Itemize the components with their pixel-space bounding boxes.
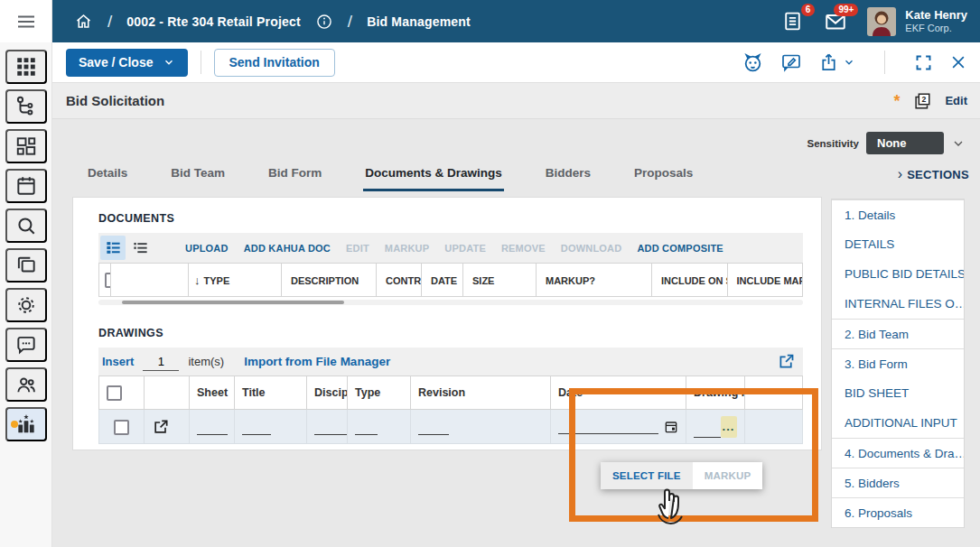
breadcrumb-app[interactable]: Bid Management xyxy=(367,14,471,29)
documents-column-header-include-on-send[interactable]: INCLUDE ON SEND xyxy=(652,264,728,297)
send-invitation-button[interactable]: Send Invitation xyxy=(214,49,335,77)
rail-item-calendar[interactable] xyxy=(5,169,47,203)
rail-item-apps-grid[interactable] xyxy=(5,50,47,84)
documents-action-add-composite[interactable]: ADD COMPOSITE xyxy=(637,243,723,254)
drawings-column-header-drawing-file[interactable]: Drawing File xyxy=(686,376,745,410)
drawings-column-header[interactable] xyxy=(744,376,803,410)
documents-column-header-date[interactable]: DATE xyxy=(422,264,463,297)
markup-menu-item[interactable]: MARKUP xyxy=(693,462,763,489)
sheet-field[interactable] xyxy=(197,422,228,435)
tasks-button[interactable]: 6 xyxy=(781,10,804,32)
documents-action-edit[interactable]: EDIT xyxy=(346,243,369,254)
documents-action-download[interactable]: DOWNLOAD xyxy=(561,243,622,254)
assistant-button[interactable] xyxy=(742,51,764,74)
versions-button[interactable]: 2 xyxy=(912,91,932,111)
drawings-column-header-title[interactable]: Title xyxy=(235,376,307,410)
drawing-file-field[interactable] xyxy=(694,425,721,438)
edit-button[interactable]: Edit xyxy=(945,94,967,107)
documents-action-remove[interactable]: REMOVE xyxy=(501,243,546,254)
tab-bidders[interactable]: Bidders xyxy=(544,161,593,191)
tab-proposals[interactable]: Proposals xyxy=(632,161,695,191)
open-row-button[interactable] xyxy=(152,418,170,436)
title-field[interactable] xyxy=(242,422,271,435)
drawings-column-header-discipline[interactable]: Discipline xyxy=(307,376,348,410)
rail-item-dashboard[interactable] xyxy=(5,129,47,163)
documents-column-header-description[interactable]: DESCRIPTION xyxy=(282,264,377,297)
drawing-file-more-button[interactable]: ... xyxy=(721,416,737,438)
project-info-button[interactable] xyxy=(315,13,333,31)
compact-view-button[interactable] xyxy=(127,236,153,260)
breadcrumb-project[interactable]: 0002 - Rte 304 Retail Project xyxy=(126,14,301,29)
hamburger-icon xyxy=(15,11,37,32)
share-button[interactable] xyxy=(818,52,855,73)
type-field[interactable] xyxy=(355,422,378,435)
section-link-details[interactable]: DETAILS xyxy=(832,229,964,259)
folders-icon xyxy=(14,254,38,277)
section-link-1-details[interactable]: 1. Details xyxy=(832,199,964,229)
drawings-column-header-date[interactable]: Date xyxy=(551,376,686,410)
save-close-button[interactable]: Save / Close xyxy=(66,49,188,77)
documents-action-markup[interactable]: MARKUP xyxy=(385,243,429,254)
documents-column-header-markup[interactable]: MARKUP? xyxy=(537,264,652,297)
documents-action-update[interactable]: UPDATE xyxy=(444,243,486,254)
tab-documents-drawings[interactable]: Documents & Drawings xyxy=(363,161,504,191)
date-field[interactable] xyxy=(558,422,658,434)
section-link-3-bid-form[interactable]: 3. Bid Form xyxy=(832,348,964,378)
chevron-down-icon xyxy=(163,56,175,69)
date-cell xyxy=(551,410,686,444)
import-from-file-manager-button[interactable]: Import from File Manager xyxy=(244,355,390,368)
hamburger-menu-button[interactable] xyxy=(0,0,51,42)
documents-hscrollbar-thumb[interactable] xyxy=(122,301,344,304)
documents-column-header-type[interactable]: ↓TYPE xyxy=(189,264,282,297)
section-link-4-documents-dra[interactable]: 4. Documents & Dra… xyxy=(832,438,964,468)
section-link-internal-files-o[interactable]: INTERNAL FILES O… xyxy=(832,289,964,319)
drawings-column-header-type[interactable]: Type xyxy=(348,376,411,410)
left-nav-rail xyxy=(0,0,52,547)
date-picker-button[interactable] xyxy=(664,420,678,434)
drawings-column-header-sheet[interactable]: Sheet xyxy=(190,376,235,410)
drawings-column-header-revision[interactable]: Revision xyxy=(411,376,551,410)
documents-action-add-kahua-doc[interactable]: ADD KAHUA DOC xyxy=(244,243,331,254)
rail-item-search[interactable] xyxy=(5,209,47,243)
comments-button[interactable] xyxy=(780,51,802,73)
rail-item-chart-stars[interactable] xyxy=(5,407,47,441)
documents-column-header-size[interactable]: SIZE xyxy=(463,264,537,297)
user-menu[interactable]: Kate Henry EKF Corp. xyxy=(867,7,967,36)
close-button[interactable] xyxy=(949,53,967,71)
insert-button[interactable]: Insert xyxy=(102,355,134,368)
content-area: Sensitivity None › SECTIONS DetailsBid T… xyxy=(52,119,980,547)
section-link-public-bid-details[interactable]: PUBLIC BID DETAILS xyxy=(832,259,964,289)
tab-bid-form[interactable]: Bid Form xyxy=(266,161,323,191)
section-link-6-proposals[interactable]: 6. Proposals xyxy=(832,497,964,527)
messages-button[interactable]: 99+ xyxy=(824,10,847,33)
expand-button[interactable] xyxy=(914,53,933,72)
tab-bid-team[interactable]: Bid Team xyxy=(169,161,227,191)
section-link-5-bidders[interactable]: 5. Bidders xyxy=(832,468,964,497)
documents-action-upload[interactable]: UPLOAD xyxy=(185,243,229,254)
sections-toggle[interactable]: › SECTIONS xyxy=(898,167,969,181)
table-view-button[interactable] xyxy=(100,236,126,260)
discipline-field[interactable] xyxy=(314,422,348,435)
tab-details[interactable]: Details xyxy=(86,161,129,191)
section-link-2-bid-team[interactable]: 2. Bid Team xyxy=(832,319,964,348)
home-button[interactable] xyxy=(74,12,93,31)
row-checkbox[interactable] xyxy=(114,420,129,435)
documents-column-header-include-markup-on[interactable]: INCLUDE MARKUP ON xyxy=(727,264,803,297)
section-link-additional-input[interactable]: ADDITIONAL INPUT xyxy=(832,408,964,438)
sensitivity-chevron-button[interactable] xyxy=(951,136,966,151)
sensitivity-select[interactable]: None xyxy=(866,132,944,154)
select-all-checkbox[interactable] xyxy=(107,385,122,401)
rail-item-gear[interactable] xyxy=(5,288,47,322)
revision-field[interactable] xyxy=(418,422,449,435)
documents-column-header-contributor[interactable]: CONTRIBUTOR xyxy=(377,264,422,297)
select-all-checkbox[interactable] xyxy=(105,273,111,288)
type-cell xyxy=(348,410,411,444)
insert-count-input[interactable] xyxy=(143,353,179,371)
rail-item-workflow[interactable] xyxy=(5,89,47,124)
select-file-menu-item[interactable]: SELECT FILE xyxy=(601,462,693,489)
rail-item-chat[interactable] xyxy=(5,328,47,362)
section-link-bid-sheet[interactable]: BID SHEET xyxy=(832,378,964,408)
rail-item-folders[interactable] xyxy=(5,248,47,283)
open-external-button[interactable] xyxy=(777,352,796,371)
rail-item-people[interactable] xyxy=(5,367,47,402)
